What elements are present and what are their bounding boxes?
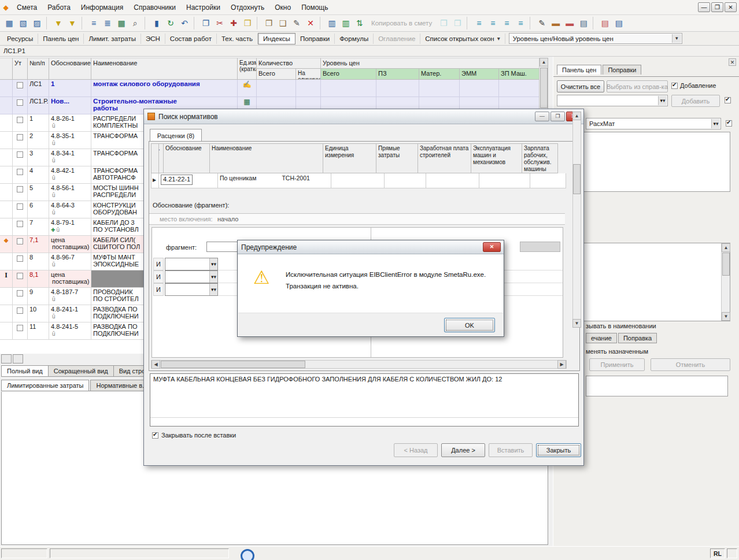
lock-icon[interactable]: ❒: [437, 16, 450, 30]
scroll-left-icon[interactable]: [152, 360, 160, 369]
toolbar-icon[interactable]: [320, 17, 324, 29]
doc-export-icon[interactable]: ❐: [199, 16, 213, 30]
rasxmat-combobox[interactable]: РасхМат ▾: [586, 118, 721, 129]
pencil-icon[interactable]: ✎: [535, 16, 549, 30]
chevron-down-icon[interactable]: ▾: [658, 96, 667, 105]
add-button[interactable]: Добавить: [671, 95, 720, 107]
minimize-icon[interactable]: [535, 112, 549, 121]
dialog-horizontal-scrollbar[interactable]: [151, 360, 567, 369]
scroll-thumb[interactable]: [573, 164, 581, 194]
dialog-titlebar[interactable]: Поиск нормативов: [144, 109, 583, 124]
scroll-down-icon[interactable]: [572, 319, 581, 328]
align-left-icon[interactable]: ≡: [500, 16, 513, 30]
view-tab[interactable]: ЭСН: [141, 34, 165, 44]
and-operator[interactable]: И: [153, 283, 164, 296]
print-icon[interactable]: ▤: [577, 16, 590, 30]
add-option-checkbox[interactable]: [725, 97, 731, 103]
condition-combobox[interactable]: ▾: [165, 258, 218, 270]
view-mode-tab[interactable]: Полный вид: [1, 365, 49, 377]
menu-item[interactable]: Помощь: [296, 1, 333, 14]
materials-icon[interactable]: ▬: [563, 16, 577, 30]
resize-grip[interactable]: [727, 548, 737, 558]
dialog-titlebar[interactable]: Предупреждение: [238, 240, 504, 254]
row-checkbox[interactable]: [17, 273, 23, 279]
view-tab[interactable]: Индексы: [258, 33, 295, 44]
row-checkbox[interactable]: [17, 186, 23, 192]
close-panel-icon[interactable]: [729, 58, 736, 66]
table-row[interactable]: ЛС1 1 монтаж силового оборудования ✍: [0, 80, 548, 97]
toolbar-icon[interactable]: [82, 17, 86, 29]
toolbar-icon[interactable]: [593, 17, 597, 29]
minimize-window-icon[interactable]: —: [698, 2, 710, 12]
view-tab[interactable]: Ресурсы: [2, 34, 38, 44]
bottom-panel-tab[interactable]: Лимитированные затраты: [1, 380, 89, 391]
basis-editbox[interactable]: 4.21-22-1: [161, 175, 193, 185]
sheet-add-icon[interactable]: ▧: [16, 16, 30, 30]
view-tab[interactable]: Формулы: [335, 34, 374, 44]
catalog-blue-icon[interactable]: ▤: [612, 16, 626, 30]
menu-item[interactable]: Работа: [42, 1, 76, 14]
structure-icon[interactable]: ▥: [325, 16, 339, 30]
search-icon[interactable]: ⌕: [128, 16, 142, 30]
adding-checkbox[interactable]: Добавление: [671, 82, 716, 89]
scroll-up-icon[interactable]: [572, 112, 581, 120]
dialog-grid-row[interactable]: 4.21-22-1 По ценникам ТСН-2001: [151, 173, 566, 188]
maximize-icon[interactable]: [550, 112, 565, 121]
row-checkbox[interactable]: [17, 169, 23, 175]
view-tab[interactable]: Оглавление: [374, 34, 420, 44]
row-checkbox[interactable]: [17, 117, 23, 123]
note-box[interactable]: [586, 376, 728, 396]
sheet-props-icon[interactable]: ▨: [30, 16, 44, 30]
back-button[interactable]: < Назад: [394, 443, 438, 457]
fragment2-input[interactable]: [520, 242, 560, 252]
filter-funnel-icon[interactable]: ▼: [51, 16, 65, 30]
row-checkbox[interactable]: [17, 99, 23, 106]
structure-add-icon[interactable]: ▥: [339, 16, 353, 30]
price-level-combobox[interactable]: Уровень цен/Новый уровень цен: [509, 33, 682, 44]
view-tab[interactable]: Панель цен: [38, 34, 84, 44]
dialog-vertical-scrollbar[interactable]: [572, 112, 581, 328]
toolbar-icon[interactable]: [467, 17, 471, 29]
menu-item[interactable]: Смета: [12, 1, 42, 14]
edit-icon[interactable]: ✎: [290, 16, 304, 30]
row-checkbox[interactable]: [17, 151, 23, 158]
clear-all-button[interactable]: Очистить все: [557, 80, 604, 92]
checkbox-icon[interactable]: [152, 432, 158, 439]
condition-combobox[interactable]: ▾: [165, 270, 218, 283]
row-checkbox[interactable]: [17, 221, 23, 227]
menu-item[interactable]: Окно: [269, 1, 296, 14]
scroll-thumb[interactable]: [722, 253, 730, 276]
rasxmat-checkbox[interactable]: [726, 120, 732, 127]
toolbar-icon[interactable]: [257, 17, 261, 29]
resource-add-icon[interactable]: ✚: [227, 16, 241, 30]
row-checkbox[interactable]: [17, 134, 23, 140]
scroll-up-icon[interactable]: [540, 58, 548, 66]
refresh-icon[interactable]: ↻: [164, 16, 178, 30]
menu-item[interactable]: Настройки: [181, 1, 226, 14]
sort-icon[interactable]: ⇅: [353, 16, 367, 30]
menu-item[interactable]: Информация: [76, 1, 128, 14]
menu-item[interactable]: Отдохнуть: [226, 1, 269, 14]
resource-cut-icon[interactable]: ✂: [213, 16, 227, 30]
lock2-icon[interactable]: ❐: [450, 16, 464, 30]
restore-window-icon[interactable]: ❐: [711, 2, 723, 12]
row-checkbox[interactable]: [17, 203, 23, 210]
row-checkbox[interactable]: [17, 290, 23, 296]
close-button[interactable]: Закрыть: [536, 443, 581, 457]
align-right-icon[interactable]: ≡: [513, 16, 527, 30]
toolbar-icon[interactable]: [194, 17, 198, 29]
row-checkbox[interactable]: [17, 325, 23, 331]
view-tab[interactable]: Лимит. затраты: [84, 34, 141, 44]
scroll-down-icon[interactable]: [722, 312, 730, 321]
cancel-button[interactable]: Отменить: [651, 358, 730, 371]
row-checkbox[interactable]: [17, 82, 23, 88]
next-button[interactable]: Далее >: [441, 443, 485, 457]
view-tab[interactable]: Поправки: [295, 34, 335, 44]
scroll-thumb[interactable]: [540, 68, 548, 108]
copy-icon[interactable]: ❐: [262, 16, 276, 30]
toolbar-icon[interactable]: [46, 17, 50, 29]
panel-tab[interactable]: Панель цен: [557, 65, 601, 75]
filter-edit-icon[interactable]: ▼: [65, 16, 79, 30]
rates-tab[interactable]: Расценки (8): [150, 129, 202, 142]
scroll-right-icon[interactable]: [557, 360, 566, 369]
